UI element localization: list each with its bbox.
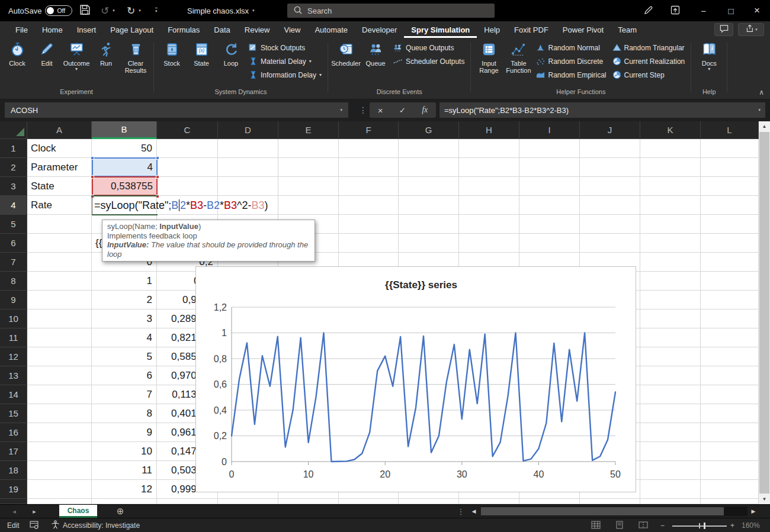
search-box[interactable]: [287, 4, 495, 18]
cell-i4[interactable]: [519, 196, 580, 215]
zoom-in-button[interactable]: +: [730, 518, 734, 532]
ribbon-button-current-realization[interactable]: Current Realization: [611, 54, 687, 68]
cell-e2[interactable]: [278, 158, 339, 177]
workbook-title[interactable]: Simple chaos.xlsx ▾: [187, 0, 255, 21]
cell-value-b15[interactable]: 8: [92, 404, 156, 423]
cell-i20[interactable]: [519, 499, 580, 504]
cell-k13[interactable]: [640, 366, 701, 385]
cell-l11[interactable]: [701, 328, 759, 347]
cell-k4[interactable]: [640, 196, 701, 215]
cell-value-a2[interactable]: Parameter: [28, 158, 91, 177]
cell-l2[interactable]: [701, 158, 759, 177]
cell-k16[interactable]: [640, 423, 701, 442]
cell-l4[interactable]: [701, 196, 759, 215]
ribbon-display-options-button[interactable]: [670, 0, 680, 21]
cell-g20[interactable]: [399, 499, 459, 504]
ribbon-button-stock-outputs[interactable]: Stock Outputs: [247, 41, 323, 54]
collapse-ribbon-button[interactable]: ∧: [759, 88, 764, 96]
column-header-i[interactable]: I: [519, 121, 580, 139]
cell-a11[interactable]: [27, 328, 92, 347]
cell-k19[interactable]: [640, 480, 701, 499]
draw-button[interactable]: [643, 0, 654, 21]
ribbon-button-scheduler-outputs[interactable]: Scheduler Outputs: [392, 54, 466, 68]
cell-l16[interactable]: [701, 423, 759, 442]
cell-formula-edit[interactable]: =syLoop("Rate";B2*B3-B2*B3^2-B3): [94, 196, 268, 215]
row-header-18[interactable]: 18: [0, 461, 27, 480]
search-input[interactable]: [307, 7, 461, 15]
ribbon-button-random-normal[interactable]: Random Normal: [534, 41, 608, 54]
cell-i3[interactable]: [519, 177, 580, 196]
cell-e1[interactable]: [278, 139, 339, 158]
row-header-1[interactable]: 1: [0, 139, 27, 158]
ribbon-button-stock[interactable]: Stock: [157, 38, 187, 67]
cell-g5[interactable]: [399, 215, 459, 234]
row-header-8[interactable]: 8: [0, 272, 27, 291]
cell-g2[interactable]: [399, 158, 459, 177]
close-button[interactable]: ×: [744, 0, 770, 21]
cell-value-b1[interactable]: 50: [92, 139, 156, 158]
cell-value-b16[interactable]: 9: [92, 423, 156, 442]
tab-data[interactable]: Data: [207, 21, 237, 38]
ribbon-button-outcome[interactable]: Outcome▾: [62, 38, 91, 72]
row-header-10[interactable]: 10: [0, 309, 27, 328]
comments-button[interactable]: [714, 23, 733, 36]
cell-l18[interactable]: [701, 461, 759, 480]
cell-l6[interactable]: [701, 234, 759, 253]
cell-d2[interactable]: [218, 158, 278, 177]
cell-a16[interactable]: [27, 423, 92, 442]
ribbon-button-random-triangular[interactable]: Random Triangular: [611, 41, 687, 54]
tab-review[interactable]: Review: [238, 21, 277, 38]
cell-value-b19[interactable]: 12: [92, 480, 156, 499]
tab-page-layout[interactable]: Page Layout: [103, 21, 161, 38]
cell-h2[interactable]: [459, 158, 519, 177]
ribbon-button-edit[interactable]: Edit: [32, 38, 62, 67]
row-header-6[interactable]: 6: [0, 234, 27, 253]
cell-value-b9[interactable]: 2: [92, 291, 156, 309]
selection-handle[interactable]: [156, 156, 159, 160]
autosave-pill[interactable]: Off: [45, 5, 72, 16]
cell-g4[interactable]: [399, 196, 459, 215]
column-header-c[interactable]: C: [157, 121, 218, 139]
scroll-down-button[interactable]: ▼: [759, 494, 770, 504]
cell-h1[interactable]: [459, 139, 519, 158]
cell-k7[interactable]: [640, 253, 701, 272]
cell-value-b18[interactable]: 11: [92, 461, 156, 480]
column-header-f[interactable]: F: [339, 121, 399, 139]
cell-g6[interactable]: [399, 234, 459, 253]
cell-k2[interactable]: [640, 158, 701, 177]
cell-a12[interactable]: [27, 347, 92, 366]
row-header-19[interactable]: 19: [0, 480, 27, 499]
cell-l3[interactable]: [701, 177, 759, 196]
tab-automate[interactable]: Automate: [307, 21, 355, 38]
row-header-11[interactable]: 11: [0, 328, 27, 347]
minimize-button[interactable]: −: [691, 0, 717, 21]
cell-l13[interactable]: [701, 366, 759, 385]
tab-help[interactable]: Help: [477, 21, 507, 38]
cell-l7[interactable]: [701, 253, 759, 272]
column-header-k[interactable]: K: [640, 121, 701, 139]
cell-j3[interactable]: [580, 177, 640, 196]
ribbon-button-clock[interactable]: Clock: [2, 38, 32, 67]
cell-k8[interactable]: [640, 272, 701, 291]
cell-value-b12[interactable]: 5: [92, 347, 156, 366]
cell-value-b8[interactable]: 1: [92, 272, 156, 291]
tab-home[interactable]: Home: [35, 21, 70, 38]
cell-a5[interactable]: [27, 215, 92, 234]
cell-i5[interactable]: [519, 215, 580, 234]
horizontal-scroll-thumb[interactable]: [481, 507, 724, 515]
customize-quick-access-button[interactable]: ▾: [155, 0, 158, 21]
cell-value-b17[interactable]: 10: [92, 442, 156, 461]
cell-k5[interactable]: [640, 215, 701, 234]
cell-k14[interactable]: [640, 385, 701, 404]
cell-c3[interactable]: [157, 177, 218, 196]
share-button[interactable]: ▾: [738, 23, 764, 36]
tab-scrollbar-divider[interactable]: ⋮: [457, 505, 464, 518]
cell-g3[interactable]: [399, 177, 459, 196]
cell-j2[interactable]: [580, 158, 640, 177]
autosave-toggle[interactable]: AutoSave Off: [8, 0, 72, 21]
cell-k3[interactable]: [640, 177, 701, 196]
ribbon-button-input-range[interactable]: Input Range: [474, 38, 503, 74]
row-header-3[interactable]: 3: [0, 177, 27, 196]
column-header-j[interactable]: J: [580, 121, 640, 139]
selection-handle[interactable]: [156, 175, 159, 179]
